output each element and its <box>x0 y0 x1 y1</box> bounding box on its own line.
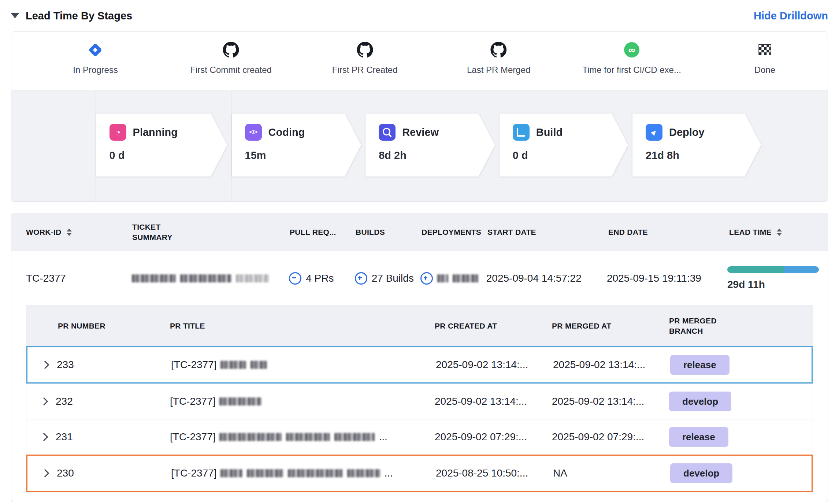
lead-time-drilldown-page: Lead Time By Stages Hide Drilldown In Pr… <box>0 0 839 502</box>
ticket-summary-cell <box>121 274 289 282</box>
column-header-pr-title: PR TITLE <box>136 322 413 330</box>
chevron-right-icon[interactable] <box>40 397 48 406</box>
milestone-label: In Progress <box>73 65 118 75</box>
column-header-pr-merged-at: PR MERGED AT <box>532 322 647 330</box>
redacted-text <box>288 469 343 477</box>
column-label: LEAD TIME <box>729 228 772 237</box>
coding-icon: </> <box>245 124 262 141</box>
review-icon <box>379 124 396 141</box>
milestone-label: First PR Created <box>332 65 398 75</box>
column-label: TICKET SUMMARY <box>132 222 180 243</box>
divider <box>96 91 96 201</box>
pr-created-cell: 2025-09-02 07:29:... <box>413 431 532 443</box>
pr-number: 233 <box>57 359 74 371</box>
pr-created-cell: 2025-08-25 10:50:... <box>414 467 533 479</box>
hide-drilldown-link[interactable]: Hide Drilldown <box>754 10 828 22</box>
divider <box>231 91 231 201</box>
divider <box>632 91 632 201</box>
pr-count: 4 PRs <box>306 273 334 284</box>
chevron-right-icon[interactable] <box>41 361 49 369</box>
sort-icon[interactable] <box>67 229 72 236</box>
pr-number: 230 <box>57 467 74 479</box>
column-label: PR TITLE <box>170 322 205 330</box>
builds-count: 27 Builds <box>372 273 414 284</box>
milestone-first-commit: First Commit created <box>190 41 272 75</box>
pr-number-cell: 230 <box>27 467 137 479</box>
redacted-text <box>347 469 380 477</box>
pr-row-232[interactable]: 232 [TC-2377] 2025-09-02 13:14:... 2025-… <box>26 383 813 419</box>
section-header: Lead Time By Stages Hide Drilldown <box>11 5 828 26</box>
stage-duration: 0 d <box>513 149 628 162</box>
column-label: WORK-ID <box>26 228 62 237</box>
stage-review: Review 8d 2h <box>365 114 495 177</box>
pr-title-suffix: ... <box>385 467 393 479</box>
column-header-pr-number: PR NUMBER <box>26 322 136 330</box>
pr-row-233[interactable]: 233 [TC-2377] 2025-09-02 13:14:... 2025-… <box>26 346 813 383</box>
sort-icon[interactable] <box>777 229 782 236</box>
pr-number-cell: 233 <box>27 359 137 371</box>
work-items-table: WORK-ID TICKET SUMMARY PULL REQ... BUILD… <box>11 213 828 502</box>
milestone-row: In Progress First Commit created First P… <box>11 32 828 90</box>
lead-time-value: 29d 11h <box>727 279 765 290</box>
work-id-cell: TC-2377 <box>11 273 121 284</box>
milestone-cicd: ∞ Time for first CI/CD exe... <box>582 41 681 75</box>
divider <box>365 91 365 201</box>
pr-title-prefix: [TC-2377] <box>171 467 217 479</box>
branch-badge: release <box>669 427 728 447</box>
column-header-work-id[interactable]: WORK-ID <box>11 228 121 237</box>
column-label: BUILDS <box>356 228 385 237</box>
chevron-right-icon[interactable] <box>41 469 49 478</box>
redacted-text <box>220 469 242 477</box>
pr-row-231[interactable]: 231 [TC-2377] ... 2025-09-02 07:29:... 2… <box>26 419 813 455</box>
chevron-right-icon[interactable] <box>40 433 48 441</box>
milestone-done: Done <box>754 41 775 75</box>
milestone-first-pr: First PR Created <box>332 41 398 75</box>
pr-branch-cell: develop <box>647 392 813 411</box>
pull-requests-cell: 4 PRs <box>289 272 355 285</box>
page-title: Lead Time By Stages <box>26 10 132 22</box>
end-date-cell: 2025-09-15 19:11:39 <box>607 273 727 284</box>
pr-number: 231 <box>56 431 73 443</box>
redacted-text <box>219 433 282 441</box>
column-header-deployments: DEPLOYMENTS <box>422 228 487 237</box>
pr-table-header: PR NUMBER PR TITLE PR CREATED AT PR MERG… <box>26 306 813 346</box>
redacted-text <box>220 361 246 369</box>
work-item-row[interactable]: TC-2377 4 PRs 27 Builds 2025-09-04 14:57… <box>11 251 828 305</box>
stage-name: Deploy <box>669 126 705 138</box>
column-label: PR MERGED AT <box>552 322 611 330</box>
stage-duration: 8d 2h <box>379 149 495 162</box>
column-header-lead-time[interactable]: LEAD TIME <box>729 228 828 237</box>
stage-build: Build 0 d <box>500 114 628 177</box>
pr-row-230[interactable]: 230 [TC-2377] ... 2025-08-25 10:50:... N… <box>26 455 813 492</box>
pr-merged-cell: 2025-09-02 13:14:... <box>532 396 647 407</box>
column-header-start-date: START DATE <box>487 228 608 237</box>
expand-builds-icon[interactable] <box>355 272 367 285</box>
column-label: PR NUMBER <box>58 322 105 330</box>
milestone-last-pr-merged: Last PR Merged <box>467 41 530 75</box>
collapse-prs-icon[interactable] <box>289 272 301 285</box>
pr-title-prefix: [TC-2377] <box>170 431 216 443</box>
redacted-text <box>180 274 231 282</box>
column-label: END DATE <box>608 228 648 237</box>
column-header-end-date: END DATE <box>608 228 729 237</box>
column-header-pr-created-at: PR CREATED AT <box>413 322 532 330</box>
stage-duration: 15m <box>245 149 361 162</box>
pr-title-cell: [TC-2377] ... <box>136 431 413 443</box>
redacted-text <box>453 274 478 282</box>
column-header-ticket-summary: TICKET SUMMARY <box>121 222 290 243</box>
pr-number-cell: 232 <box>26 396 136 407</box>
collapse-triangle-icon[interactable] <box>11 13 19 18</box>
column-header-builds: BUILDS <box>356 228 422 237</box>
expand-deployments-icon[interactable] <box>420 272 433 285</box>
milestone-label: Done <box>754 65 775 75</box>
column-label: PR MERGED BRANCH <box>669 316 728 337</box>
branch-badge: develop <box>670 463 732 483</box>
pr-title-prefix: [TC-2377] <box>171 359 217 371</box>
stage-name: Coding <box>268 126 305 138</box>
redacted-text <box>247 469 283 477</box>
work-table-header: WORK-ID TICKET SUMMARY PULL REQ... BUILD… <box>11 213 828 251</box>
redacted-text <box>219 397 261 405</box>
cicd-icon: ∞ <box>624 42 639 58</box>
divider <box>499 91 499 201</box>
pr-title-cell: [TC-2377] ... <box>137 467 414 479</box>
